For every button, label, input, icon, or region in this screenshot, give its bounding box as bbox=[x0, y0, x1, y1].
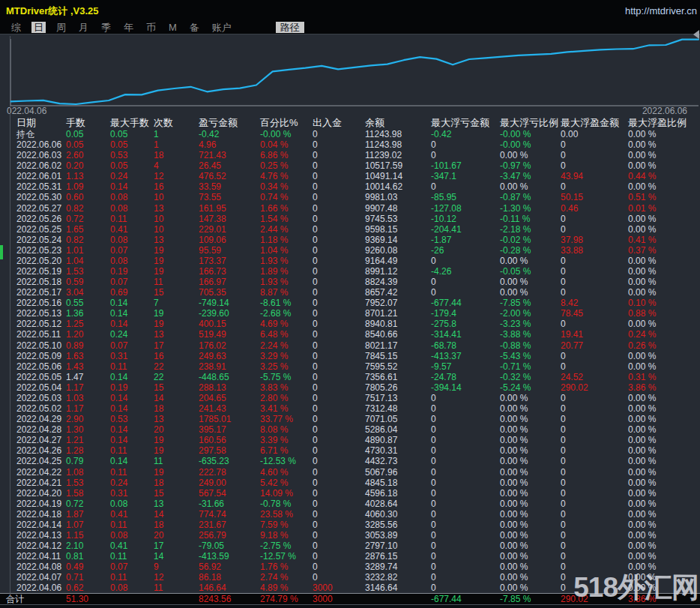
cell: 0.00 % bbox=[628, 160, 700, 171]
menu-item-年[interactable]: 年 bbox=[121, 22, 136, 33]
cell: 0 bbox=[561, 488, 628, 499]
menu-item-币[interactable]: 币 bbox=[144, 22, 158, 33]
cell: 17 bbox=[154, 541, 199, 551]
table-row[interactable]: 持仓0.050.051-0.42-0.00 %011243.98-0.42-0.… bbox=[0, 129, 700, 139]
table-row[interactable]: 2022.04.190.720.0813-31.66-0.78 %04028.6… bbox=[0, 499, 700, 509]
cell: 0 bbox=[561, 266, 628, 277]
cell: 0 bbox=[431, 424, 500, 435]
menu-item-备[interactable]: 备 bbox=[187, 22, 202, 33]
cell: 0 bbox=[561, 424, 628, 435]
cell: 0.41 bbox=[110, 509, 154, 520]
table-row[interactable]: 2022.05.180.590.0711166.971.93 %08824.39… bbox=[0, 277, 700, 287]
cell: 11 bbox=[154, 277, 199, 287]
cell: 3.41 % bbox=[260, 403, 313, 414]
menu-item-月[interactable]: 月 bbox=[76, 22, 91, 33]
table-row[interactable]: 2022.05.061.430.1122238.913.25 %07595.52… bbox=[0, 361, 700, 372]
table-row[interactable]: 2022.05.051.470.1422-448.65-5.75 %07356.… bbox=[0, 372, 700, 382]
website-link[interactable]: http://mtdriver.cn bbox=[625, 5, 697, 16]
cell: 2022.05.09 bbox=[16, 351, 66, 361]
table-row[interactable]: 2022.06.011.130.2412476.524.76 %010491.1… bbox=[0, 171, 700, 181]
cell: -0.02 % bbox=[500, 235, 561, 245]
table-row[interactable]: 2022.05.021.170.1418241.433.41 %07312.48… bbox=[0, 403, 700, 414]
table-row[interactable]: 2022.05.270.820.0813161.951.66 %09907.48… bbox=[0, 203, 700, 214]
cell: 19 bbox=[154, 308, 199, 319]
cell: 705.35 bbox=[199, 287, 260, 298]
table-row[interactable]: 2022.05.041.170.1915288.133.83 %07805.26… bbox=[0, 382, 700, 393]
cell: 249.00 bbox=[199, 478, 260, 488]
cell: 0.05 bbox=[110, 160, 154, 171]
cell: -635.23 bbox=[199, 456, 260, 466]
cell: 0 bbox=[431, 139, 500, 150]
cell: 7845.15 bbox=[365, 351, 431, 361]
table-row[interactable]: 2022.05.300.600.081073.550.74 %09981.03-… bbox=[0, 192, 700, 202]
cell: 1.63 bbox=[66, 351, 110, 361]
table-row[interactable]: 2022.04.110.810.1114-413.59-12.57 %02876… bbox=[0, 551, 700, 562]
cell: 1.76 % bbox=[260, 562, 313, 572]
table-row[interactable]: 2022.05.121.250.1419400.154.69 %08940.81… bbox=[0, 319, 700, 329]
cell: 2022.06.06 bbox=[16, 139, 66, 150]
table-row[interactable]: 2022.05.260.720.1110147.381.54 %09745.53… bbox=[0, 214, 700, 224]
table-row[interactable]: 2022.06.020.200.05426.450.25 %010517.59-… bbox=[0, 160, 700, 171]
cell: 1.93 % bbox=[260, 256, 313, 266]
table-row[interactable]: 2022.05.191.530.1919166.731.89 %08991.12… bbox=[0, 266, 700, 277]
cell: -0.88 % bbox=[500, 340, 561, 351]
cell: 0.00 % bbox=[628, 287, 700, 298]
table-row[interactable]: 2022.05.173.040.6915705.358.87 %08657.42… bbox=[0, 287, 700, 298]
menu-item-日[interactable]: 日 bbox=[31, 22, 46, 33]
cell: 7.59 % bbox=[260, 520, 313, 530]
table-row[interactable]: 2022.04.261.280.1119297.586.71 %04730.31… bbox=[0, 445, 700, 456]
cell: 0 bbox=[431, 551, 500, 562]
table-row[interactable]: 2022.04.122.100.4117-79.05-2.75 %02797.1… bbox=[0, 541, 700, 551]
cell: 0.00 % bbox=[500, 445, 561, 456]
table-row[interactable]: 2022.04.141.070.1118231.677.59 %03285.56… bbox=[0, 520, 700, 530]
table-row[interactable]: 2022.04.281.300.1420395.178.08 %05286.04… bbox=[0, 424, 700, 435]
cell: 18 bbox=[154, 520, 199, 530]
table-row[interactable]: 2022.04.271.210.1419160.563.39 %04890.87… bbox=[0, 435, 700, 445]
cell: -68.78 bbox=[431, 340, 500, 351]
table-row[interactable]: 2022.05.031.030.1414204.652.80 %07517.13… bbox=[0, 393, 700, 403]
table-row[interactable]: 2022.04.211.530.2418249.005.42 %04845.18… bbox=[0, 478, 700, 488]
table-row[interactable]: 2022.04.221.080.1119222.784.60 %05067.96… bbox=[0, 467, 700, 478]
table-row[interactable]: 2022.05.160.550.147-749.14-8.61 %07952.0… bbox=[0, 298, 700, 308]
cell: 20 bbox=[154, 424, 199, 435]
table-row[interactable]: 2022.05.100.890.0717176.022.24 %08021.17… bbox=[0, 340, 700, 351]
cell: 8021.17 bbox=[365, 340, 431, 351]
cell: 0.41 bbox=[110, 224, 154, 235]
table-row[interactable]: 2022.04.250.790.1411-635.23-12.53 %04432… bbox=[0, 456, 700, 466]
scroll-left-arrow-icon[interactable] bbox=[693, 30, 699, 39]
table-row[interactable]: 2022.04.181.870.4114774.7423.58 %04060.3… bbox=[0, 509, 700, 520]
cell: 9598.15 bbox=[365, 224, 431, 235]
table-row[interactable]: 2022.04.292.900.53131785.0133.77 %07071.… bbox=[0, 414, 700, 424]
cell: 2022.05.12 bbox=[16, 319, 66, 329]
table-row[interactable]: 2022.04.131.150.0820256.799.18 %03053.89… bbox=[0, 530, 700, 541]
table-row[interactable]: 2022.06.060.050.0514.960.04 %011243.980-… bbox=[0, 139, 700, 150]
cell: -2.68 % bbox=[260, 308, 313, 319]
cell: 0.11 bbox=[110, 445, 154, 456]
menu-item-M[interactable]: M bbox=[166, 22, 179, 33]
menu-item-账户[interactable]: 账户 bbox=[210, 22, 234, 33]
menu-item-周[interactable]: 周 bbox=[54, 22, 68, 33]
cell: 0 bbox=[431, 488, 500, 499]
table-row[interactable]: 2022.04.201.580.3115567.5414.09 %04596.1… bbox=[0, 488, 700, 499]
table-row[interactable]: 2022.05.311.090.141633.590.34 %010014.62… bbox=[0, 181, 700, 192]
table-row[interactable]: 2022.05.240.820.0813109.061.18 %09369.14… bbox=[0, 235, 700, 245]
table-row[interactable]: 2022.05.201.040.0819173.371.93 %09164.49… bbox=[0, 256, 700, 266]
menu-item-综[interactable]: 综 bbox=[9, 22, 23, 33]
cell: 290.02 bbox=[561, 382, 628, 393]
menu-item-季[interactable]: 季 bbox=[99, 22, 113, 33]
cell: 0.00 % bbox=[628, 530, 700, 541]
table-row[interactable]: 2022.05.111.200.2413519.496.48 %08540.66… bbox=[0, 329, 700, 340]
table-row[interactable]: 2022.05.251.650.4110229.012.44 %09598.15… bbox=[0, 224, 700, 235]
table-row[interactable]: 2022.05.091.630.3116249.633.29 %07845.15… bbox=[0, 351, 700, 361]
cell: 0.00 % bbox=[500, 403, 561, 414]
cell: 0 bbox=[313, 562, 365, 572]
cell: 7312.48 bbox=[365, 403, 431, 414]
table-row[interactable]: 2022.05.131.360.1419-239.60-2.68 %08701.… bbox=[0, 308, 700, 319]
column-header: 盈亏金额 bbox=[199, 116, 260, 129]
cell: 231.67 bbox=[199, 520, 260, 530]
cell: 2797.10 bbox=[365, 541, 431, 551]
table-row[interactable]: 2022.06.032.600.5318721.436.86 %011239.0… bbox=[0, 150, 700, 160]
cell: 8991.12 bbox=[365, 266, 431, 277]
path-button[interactable]: 路径 bbox=[276, 22, 304, 33]
table-row[interactable]: 2022.05.231.010.071995.591.04 %09260.08-… bbox=[0, 245, 700, 256]
